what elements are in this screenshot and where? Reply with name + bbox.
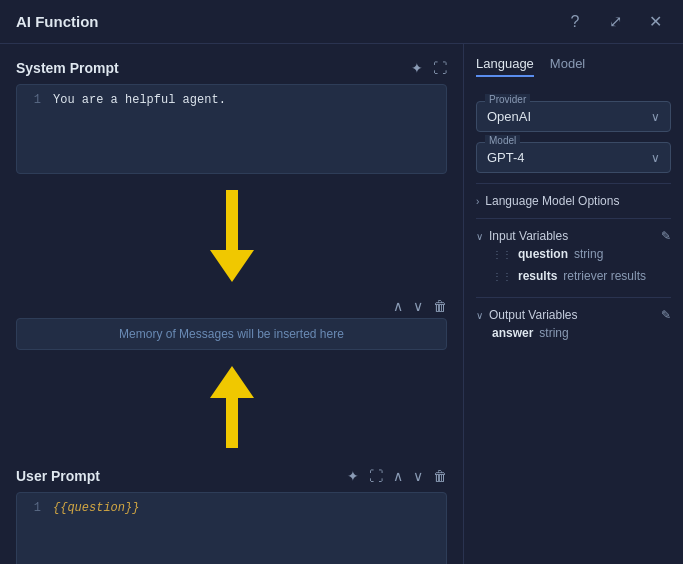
provider-dropdown[interactable]: OpenAI ∨ xyxy=(477,102,670,131)
system-prompt-header: System Prompt ✦ ⛶ xyxy=(16,60,447,76)
input-variables-section: ∨ Input Variables ✎ ⋮⋮ question string ⋮… xyxy=(476,218,671,297)
user-prompt-editor[interactable]: 1 {{question}} xyxy=(16,492,447,564)
arrow-head-up xyxy=(210,366,254,398)
down-arrow xyxy=(210,190,254,282)
input-variables-header[interactable]: ∨ Input Variables ✎ xyxy=(476,229,671,243)
var-name-results: results xyxy=(518,269,557,283)
system-prompt-editor[interactable]: 1 You are a helpful agent. xyxy=(16,84,447,174)
right-tabs: Language Model xyxy=(476,56,671,77)
var-type-answer: string xyxy=(539,326,568,340)
main-layout: System Prompt ✦ ⛶ 1 You are a helpful ag… xyxy=(0,44,683,564)
expand-button[interactable]: ⤢ xyxy=(603,10,627,34)
input-variables-label: Input Variables xyxy=(489,229,568,243)
input-var-question: ⋮⋮ question string xyxy=(476,243,671,265)
chevron-up-icon-2[interactable]: ∧ xyxy=(393,468,403,484)
output-variables-header[interactable]: ∨ Output Variables ✎ xyxy=(476,308,671,322)
language-model-options-title: › Language Model Options xyxy=(476,194,619,208)
chevron-down-icon-2[interactable]: ∨ xyxy=(413,468,423,484)
chevron-right-icon: › xyxy=(476,196,479,207)
chevron-down-icon[interactable]: ∨ xyxy=(413,298,423,314)
output-variables-label: Output Variables xyxy=(489,308,578,322)
user-prompt-header: User Prompt ✦ ⛶ ∧ ∨ 🗑 xyxy=(16,468,447,484)
model-label: Model xyxy=(485,135,520,146)
arrow-shaft-down xyxy=(226,190,238,250)
line-number-1: 1 xyxy=(25,93,41,107)
input-variables-title: ∨ Input Variables xyxy=(476,229,568,243)
arrow-shaft-up xyxy=(226,398,238,448)
trash-icon[interactable]: 🗑 xyxy=(433,298,447,314)
system-prompt-icons: ✦ ⛶ xyxy=(411,60,447,76)
user-prompt-code: {{question}} xyxy=(53,501,139,515)
model-dropdown[interactable]: GPT-4 ∨ xyxy=(477,143,670,172)
system-prompt-line-1: 1 You are a helpful agent. xyxy=(25,93,438,107)
title-bar-right: ? ⤢ ✕ xyxy=(563,10,667,34)
user-prompt-line-1: 1 {{question}} xyxy=(25,501,438,515)
drag-icon-question: ⋮⋮ xyxy=(492,249,512,260)
memory-text: Memory of Messages will be inserted here xyxy=(29,327,434,341)
tab-model[interactable]: Model xyxy=(550,56,585,77)
var-name-question: question xyxy=(518,247,568,261)
close-button[interactable]: ✕ xyxy=(643,10,667,34)
line-number-user-1: 1 xyxy=(25,501,41,515)
right-panel: Language Model Provider OpenAI ∨ Model G… xyxy=(463,44,683,564)
var-type-question: string xyxy=(574,247,603,261)
output-variables-edit-icon[interactable]: ✎ xyxy=(661,308,671,322)
system-prompt-section: System Prompt ✦ ⛶ 1 You are a helpful ag… xyxy=(16,60,447,174)
output-variables-title: ∨ Output Variables xyxy=(476,308,578,322)
language-model-options-section: › Language Model Options xyxy=(476,183,671,218)
input-variables-edit-icon[interactable]: ✎ xyxy=(661,229,671,243)
output-var-answer: answer string xyxy=(476,322,671,344)
drag-icon-results: ⋮⋮ xyxy=(492,271,512,282)
expand-icon-2[interactable]: ⛶ xyxy=(369,468,383,484)
language-model-options-header[interactable]: › Language Model Options xyxy=(476,194,671,208)
input-var-results: ⋮⋮ results retriever results xyxy=(476,265,671,287)
system-prompt-code: You are a helpful agent. xyxy=(53,93,226,107)
var-type-results: retriever results xyxy=(563,269,646,283)
collapse-icon-input: ∨ xyxy=(476,231,483,242)
sparkle-icon[interactable]: ✦ xyxy=(411,60,423,76)
memory-bar: Memory of Messages will be inserted here xyxy=(16,318,447,350)
down-arrow-container xyxy=(16,190,447,282)
left-panel: System Prompt ✦ ⛶ 1 You are a helpful ag… xyxy=(0,44,463,564)
help-button[interactable]: ? xyxy=(563,10,587,34)
up-arrow xyxy=(210,366,254,448)
memory-bar-section: ∧ ∨ 🗑 Memory of Messages will be inserte… xyxy=(16,298,447,350)
provider-value: OpenAI xyxy=(487,109,531,124)
system-prompt-title: System Prompt xyxy=(16,60,119,76)
input-variables-list: ⋮⋮ question string ⋮⋮ results retriever … xyxy=(476,243,671,287)
user-prompt-section: User Prompt ✦ ⛶ ∧ ∨ 🗑 1 {{question}} xyxy=(16,468,447,564)
tab-language[interactable]: Language xyxy=(476,56,534,77)
expand-icon[interactable]: ⛶ xyxy=(433,60,447,76)
output-variables-section: ∨ Output Variables ✎ answer string xyxy=(476,297,671,354)
model-chevron: ∨ xyxy=(651,151,660,165)
title-bar: AI Function ? ⤢ ✕ xyxy=(0,0,683,44)
sparkle-icon-2[interactable]: ✦ xyxy=(347,468,359,484)
trash-icon-2[interactable]: 🗑 xyxy=(433,468,447,484)
collapse-icon-output: ∨ xyxy=(476,310,483,321)
output-variables-list: answer string xyxy=(476,322,671,344)
up-arrow-container xyxy=(16,366,447,448)
provider-chevron: ∨ xyxy=(651,110,660,124)
provider-label: Provider xyxy=(485,94,530,105)
chevron-up-icon[interactable]: ∧ xyxy=(393,298,403,314)
provider-field-wrapper: Provider OpenAI ∨ xyxy=(476,101,671,132)
user-prompt-icons: ✦ ⛶ ∧ ∨ 🗑 xyxy=(347,468,447,484)
var-name-answer: answer xyxy=(492,326,533,340)
app-title: AI Function xyxy=(16,13,99,30)
arrow-head-down xyxy=(210,250,254,282)
user-prompt-title: User Prompt xyxy=(16,468,100,484)
model-value: GPT-4 xyxy=(487,150,525,165)
language-model-options-label: Language Model Options xyxy=(485,194,619,208)
title-bar-left: AI Function xyxy=(16,13,99,30)
model-field-wrapper: Model GPT-4 ∨ xyxy=(476,142,671,173)
